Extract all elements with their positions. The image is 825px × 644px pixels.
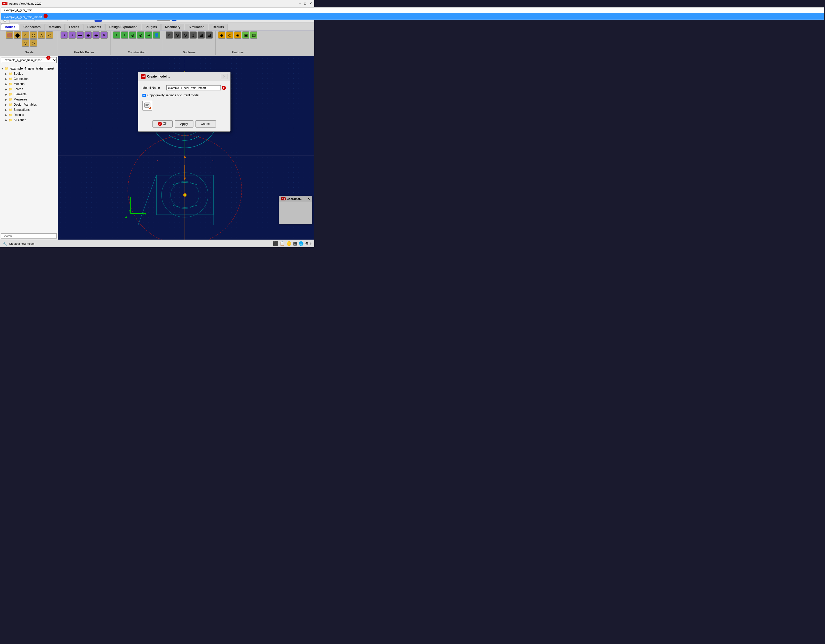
model-name-input[interactable] <box>166 85 221 90</box>
annotation-c: c <box>158 122 162 126</box>
flex4-icon[interactable]: ◈ <box>85 31 92 39</box>
search-input[interactable] <box>1 233 57 239</box>
measures-folder-icon: 📁 <box>9 97 12 101</box>
tree-item-simulations[interactable]: ▶ 📁 Simulations <box>0 107 58 112</box>
cylinder-icon[interactable]: ⬤ <box>14 31 21 39</box>
tree-view: ▼ 📁 .example_4_gear_train_import ▶ 📁 Bod… <box>0 65 58 232</box>
tree-item-bodies[interactable]: ▶ 📁 Bodies <box>0 71 58 76</box>
bodies-expand-icon[interactable]: ▶ <box>5 73 9 75</box>
status-icon-3[interactable]: 🟡 <box>286 241 292 246</box>
feat3-icon[interactable]: ◈ <box>234 31 241 39</box>
results-expand-icon[interactable]: ▶ <box>5 114 9 116</box>
copy-gravity-checkbox[interactable] <box>142 94 146 97</box>
construction-label: Construction <box>128 51 145 54</box>
construction-icons: • + ⊕ ⊗ xyz 👤 <box>113 31 160 39</box>
copy-gravity-row: Copy gravity settings of current model. <box>142 94 226 97</box>
root-expand-icon[interactable]: ▼ <box>1 67 5 70</box>
tab-results[interactable]: Results <box>209 24 228 30</box>
frustum-icon[interactable]: ▽ <box>22 39 29 46</box>
status-icon-7[interactable]: ℹ <box>310 241 312 246</box>
bool1-icon[interactable]: ○ <box>165 31 173 39</box>
torus-icon[interactable]: ◎ <box>30 31 37 39</box>
tree-item-design-variables[interactable]: ▶ 📁 Design Variables <box>0 102 58 107</box>
status-icon-2[interactable]: 📋 <box>280 241 285 246</box>
tree-item-all-other[interactable]: ▶ 📁 All Other <box>0 117 58 123</box>
tree-item-connectors[interactable]: ▶ 📁 Connectors <box>0 76 58 82</box>
tab-simulation[interactable]: Simulation <box>185 24 208 30</box>
all-other-expand-icon[interactable]: ▶ <box>5 119 9 122</box>
feat2-icon[interactable]: ◇ <box>226 31 233 39</box>
features-label: Features <box>232 51 244 54</box>
minimize-button[interactable]: ─ <box>299 2 301 5</box>
status-icon-5[interactable]: 🌐 <box>298 241 304 246</box>
status-icon-6[interactable]: ⊕ <box>305 241 309 246</box>
flex3-icon[interactable]: ▬ <box>77 31 84 39</box>
tab-elements[interactable]: Elements <box>83 24 105 30</box>
flex5-icon[interactable]: ◉ <box>93 31 100 39</box>
measures-expand-icon[interactable]: ▶ <box>5 98 9 101</box>
forces-expand-icon[interactable]: ▶ <box>5 88 9 91</box>
modal-icon-button[interactable]: ✎ <box>142 101 152 111</box>
bool4-icon[interactable]: ⌀ <box>190 31 197 39</box>
tab-machinery[interactable]: Machinery <box>161 24 184 30</box>
close-button[interactable]: ✕ <box>309 2 312 5</box>
window-controls[interactable]: ─ □ ✕ <box>299 2 312 5</box>
status-icon-4[interactable]: ▦ <box>293 241 297 246</box>
const4-icon[interactable]: ⊗ <box>137 31 144 39</box>
tree-item-forces[interactable]: ▶ 📁 Forces <box>0 86 58 92</box>
tab-plugins[interactable]: Plugins <box>142 24 161 30</box>
cancel-button[interactable]: Cancel <box>196 120 216 128</box>
tree-motions-label: Motions <box>14 82 25 86</box>
model-name-row: Model Name b <box>142 85 226 90</box>
bool3-icon[interactable]: ⊘ <box>182 31 189 39</box>
tree-item-measures[interactable]: ▶ 📁 Measures <box>0 97 58 102</box>
tab-bodies[interactable]: Bodies <box>1 24 19 30</box>
bool2-icon[interactable]: ⊙ <box>174 31 181 39</box>
tree-item-motions[interactable]: ▶ 📁 Motions <box>0 82 58 86</box>
bool5-icon[interactable]: ⊞ <box>198 31 205 39</box>
tab-connectors[interactable]: Connectors <box>20 24 45 30</box>
const6-icon[interactable]: 👤 <box>153 31 160 39</box>
design-variables-expand-icon[interactable]: ▶ <box>5 103 9 106</box>
feat5-icon[interactable]: ▤ <box>250 31 257 39</box>
canvas-area[interactable]: .example_4_gear_train <box>58 56 314 239</box>
apply-button[interactable]: Apply <box>175 120 193 128</box>
const2-icon[interactable]: + <box>121 31 128 39</box>
const3-icon[interactable]: ⊕ <box>129 31 136 39</box>
modal-body: Model Name b Copy gravity settings of cu… <box>138 81 230 118</box>
extrude-icon[interactable]: △ <box>38 31 45 39</box>
maximize-button[interactable]: □ <box>304 2 306 5</box>
sphere-icon[interactable]: ○ <box>22 31 29 39</box>
tree-root[interactable]: ▼ 📁 .example_4_gear_train_import <box>0 66 58 71</box>
simulations-expand-icon[interactable]: ▶ <box>5 108 9 111</box>
tab-design-exploration[interactable]: Design Exploration <box>105 24 141 30</box>
status-icon-1[interactable]: ⬛ <box>273 241 278 246</box>
feat4-icon[interactable]: ▣ <box>242 31 249 39</box>
tab-bar: Bodies Connectors Motions Forces Element… <box>0 23 314 30</box>
motions-expand-icon[interactable]: ▶ <box>5 83 9 85</box>
const5-icon[interactable]: xyz <box>145 31 152 39</box>
feat1-icon[interactable]: ◆ <box>218 31 226 39</box>
tree-item-results[interactable]: ▶ 📁 Results <box>0 112 58 117</box>
flex2-icon[interactable]: ▫ <box>68 31 76 39</box>
tab-motions[interactable]: Motions <box>45 24 65 30</box>
bool6-icon[interactable]: ⊟ <box>205 31 213 39</box>
box-icon[interactable]: 🟫 <box>6 31 13 39</box>
block2-icon[interactable]: ▷ <box>30 39 37 46</box>
create-model-dialog: Ad Create model ... ✕ Model Name b <box>138 72 230 132</box>
connectors-folder-icon: 📁 <box>9 77 12 80</box>
revolved-icon[interactable]: ◁ <box>46 31 53 39</box>
flex1-icon[interactable]: ▪ <box>60 31 68 39</box>
tab-forces[interactable]: Forces <box>65 24 83 30</box>
ok-button[interactable]: cOK <box>153 120 173 128</box>
const1-icon[interactable]: • <box>113 31 120 39</box>
elements-expand-icon[interactable]: ▶ <box>5 93 9 96</box>
elements-folder-icon: 📁 <box>9 93 12 96</box>
connectors-expand-icon[interactable]: ▶ <box>5 77 9 80</box>
tree-item-elements[interactable]: ▶ 📁 Elements <box>0 92 58 97</box>
main-area: d .example_4_gear_train .example_4_gear_… <box>0 56 314 239</box>
modal-close-button[interactable]: ✕ <box>221 74 227 79</box>
modal-ad-logo: Ad <box>141 74 145 79</box>
flexible-label: Flexible Bodies <box>74 51 94 54</box>
flex6-icon[interactable]: ◊ <box>100 31 108 39</box>
